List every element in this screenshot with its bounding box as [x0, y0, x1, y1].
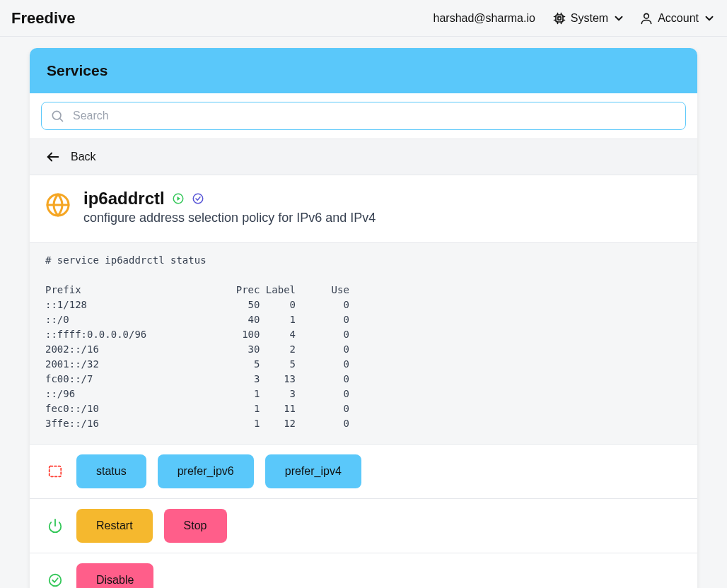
brand[interactable]: Freedive	[11, 9, 76, 28]
search-icon	[50, 109, 64, 123]
arrow-left-icon	[45, 149, 61, 165]
commands-row: status prefer_ipv6 prefer_ipv4	[30, 445, 697, 499]
prefer-ipv6-button[interactable]: prefer_ipv6	[158, 454, 254, 488]
chevron-down-icon	[612, 12, 625, 25]
enable-row: Disable	[30, 553, 697, 588]
back-label: Back	[71, 151, 96, 163]
disable-button[interactable]: Disable	[76, 563, 153, 588]
account-menu-label: Account	[658, 12, 699, 25]
back-button[interactable]: Back	[30, 139, 697, 175]
stop-button[interactable]: Stop	[164, 509, 227, 543]
svg-rect-1	[558, 16, 561, 19]
service-header: ip6addrctl configure address selection p…	[30, 175, 697, 243]
power-icon	[45, 516, 65, 536]
globe-icon	[45, 192, 71, 218]
play-circle-icon	[172, 192, 185, 205]
restart-button[interactable]: Restart	[76, 509, 153, 543]
status-output: # service ip6addrctl status Prefix Prec …	[30, 243, 697, 445]
svg-point-11	[52, 111, 61, 119]
check-badge-icon	[192, 192, 204, 205]
cpu-icon	[552, 11, 566, 25]
page-title: Services	[30, 48, 697, 93]
account-menu[interactable]: Account	[639, 11, 716, 25]
search-wrap	[30, 93, 697, 139]
svg-line-12	[60, 119, 63, 122]
svg-point-20	[50, 575, 62, 587]
service-description: configure address selection policy for I…	[83, 211, 376, 225]
svg-rect-18	[50, 466, 62, 477]
svg-point-10	[644, 13, 649, 18]
search-field[interactable]	[41, 102, 686, 130]
svg-marker-16	[177, 196, 180, 201]
check-circle-icon	[45, 570, 65, 588]
system-menu-label: System	[571, 12, 608, 25]
power-row: Restart Stop	[30, 499, 697, 553]
prefer-ipv4-button[interactable]: prefer_ipv4	[265, 454, 361, 488]
user-icon	[639, 11, 653, 25]
service-name: ip6addrctl	[83, 189, 165, 208]
status-button[interactable]: status	[76, 454, 146, 488]
topbar: Freedive harshad@sharma.io System Accou	[0, 0, 727, 37]
services-card: Services Back	[30, 48, 697, 588]
system-menu[interactable]: System	[552, 11, 625, 25]
chevron-down-icon	[703, 12, 716, 25]
search-input[interactable]	[71, 109, 677, 123]
terminal-icon	[45, 461, 65, 481]
svg-rect-0	[556, 15, 563, 22]
user-email: harshad@sharma.io	[434, 12, 535, 25]
svg-point-17	[193, 194, 203, 204]
